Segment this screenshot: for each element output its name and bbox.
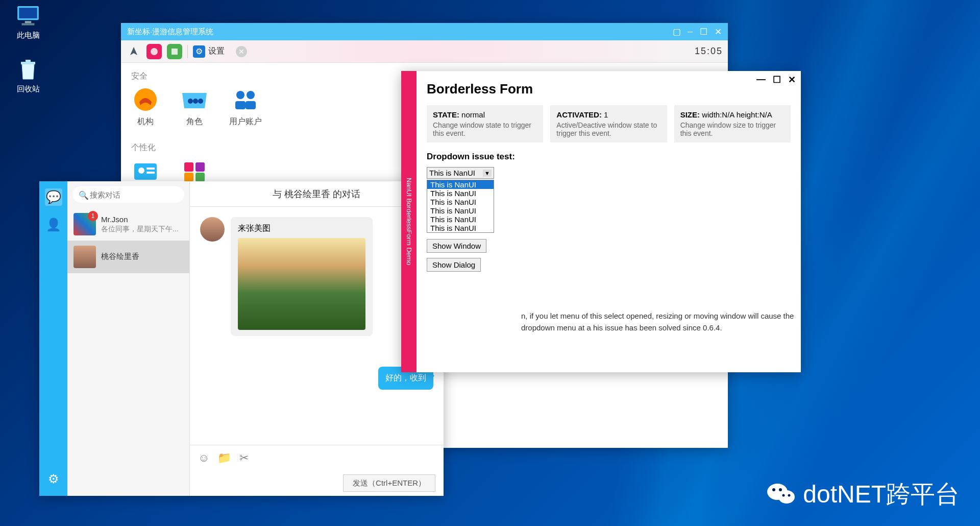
mgmt-restore-icon[interactable]: ▢ (673, 27, 681, 37)
status-state: STATE: normal Change window state to tri… (427, 105, 543, 142)
chat-input-bar: ☺ 📁 ✂ (190, 445, 444, 470)
folder-icon[interactable]: 📁 (217, 451, 231, 465)
tb-pin-icon[interactable] (126, 44, 141, 59)
svg-rect-19 (146, 172, 155, 174)
dropdown-note: n, if you let menu of this select opened… (521, 310, 807, 333)
mgmt-title: 新坐标·漫游信息管理系统 (127, 27, 213, 37)
svg-point-9 (188, 99, 193, 104)
svg-rect-7 (172, 49, 178, 55)
msg-received: 来张美图 (231, 217, 373, 336)
mgmt-titlebar[interactable]: 新坐标·漫游信息管理系统 ▢ – ☐ ✕ (121, 23, 728, 40)
svg-rect-1 (19, 8, 37, 18)
close-tab-icon[interactable]: ✕ (236, 46, 247, 57)
contact-preview: 各位同事，星期天下午... (101, 225, 183, 234)
settings-button[interactable]: ⚙ 设置 (193, 45, 225, 58)
svg-point-29 (788, 494, 791, 497)
borderless-window: NanUI BorderlessForm Demo — ☐ ✕ Borderle… (401, 71, 801, 372)
desktop-computer-icon[interactable]: 此电脑 (5, 5, 51, 40)
svg-rect-14 (235, 101, 246, 109)
contact-item-json[interactable]: 1 Mr.Json 各位同事，星期天下午... (67, 208, 189, 241)
tb-app1-icon[interactable] (146, 44, 162, 59)
border-maximize-icon[interactable]: ☐ (773, 74, 781, 85)
show-window-button[interactable]: Show Window (427, 239, 486, 253)
send-button[interactable]: 发送（Ctrl+ENTER） (343, 474, 435, 492)
avatar (200, 217, 225, 242)
svg-point-13 (247, 91, 255, 99)
gear-icon: ⚙ (193, 45, 205, 58)
svg-point-12 (236, 91, 244, 99)
chat-tab-icon[interactable]: 💬 (45, 188, 62, 206)
watermark: dotNET跨平台 (766, 478, 960, 511)
search-input[interactable] (72, 186, 184, 203)
svg-point-27 (779, 488, 782, 491)
toolbar-time: 15:05 (695, 46, 723, 57)
dropdown-list[interactable]: This is NanUI This is NanUI This is NanU… (427, 180, 494, 233)
svg-point-11 (198, 99, 203, 104)
svg-point-10 (193, 99, 198, 104)
borderless-sidebar: NanUI BorderlessForm Demo (401, 71, 416, 372)
chat-window: 💬 👤 ⚙ 🔍 1 Mr.Json 各位同事，星期天下午... 桃谷绘里香 与 … (39, 181, 444, 496)
role-item[interactable]: 角色 (180, 88, 209, 127)
search-icon: 🔍 (79, 190, 89, 200)
contact-name: Mr.Json (101, 215, 183, 224)
chat-list: 🔍 1 Mr.Json 各位同事，星期天下午... 桃谷绘里香 (67, 181, 190, 496)
mgmt-minimize-icon[interactable]: – (688, 27, 693, 37)
svg-rect-18 (146, 168, 155, 170)
wechat-icon (766, 482, 797, 507)
svg-rect-20 (184, 162, 193, 172)
svg-rect-21 (195, 162, 205, 172)
badge: 1 (88, 211, 98, 221)
chat-sidebar: 💬 👤 ⚙ (39, 181, 67, 496)
svg-rect-2 (25, 21, 31, 23)
org-item[interactable]: 机构 (131, 88, 160, 127)
chat-settings-icon[interactable]: ⚙ (45, 470, 62, 488)
border-close-icon[interactable]: ✕ (788, 74, 796, 85)
desktop-recycle-icon[interactable]: 回收站 (5, 59, 51, 94)
svg-rect-22 (184, 173, 193, 182)
svg-point-26 (772, 488, 775, 491)
desktop-computer-label: 此电脑 (17, 31, 40, 39)
desktop-recycle-label: 回收站 (17, 84, 40, 93)
dropdown-label: Dropdown issue test: (427, 152, 791, 162)
status-size: SIZE: width:N/A height:N/A Change window… (674, 105, 791, 142)
scissors-icon[interactable]: ✂ (239, 451, 249, 465)
border-minimize-icon[interactable]: — (756, 74, 766, 85)
borderless-title: Borderless Form (427, 81, 791, 97)
contacts-tab-icon[interactable]: 👤 (45, 216, 62, 233)
msg-image[interactable] (238, 238, 365, 330)
svg-point-28 (782, 494, 785, 497)
contact-name: 桃谷绘里香 (101, 252, 183, 261)
svg-rect-5 (26, 60, 31, 62)
svg-rect-3 (21, 23, 34, 25)
svg-point-25 (778, 490, 795, 504)
dropdown-select[interactable]: This is NanUI (427, 167, 494, 179)
tb-app2-icon[interactable] (167, 44, 182, 59)
contact-item-erika[interactable]: 桃谷绘里香 (67, 241, 189, 273)
show-dialog-button[interactable]: Show Dialog (427, 258, 481, 272)
svg-point-17 (138, 168, 144, 174)
status-activated: ACTIVATED: 1 Active/Deactive window stat… (550, 105, 667, 142)
svg-rect-23 (195, 173, 205, 182)
mgmt-close-icon[interactable]: ✕ (715, 27, 722, 37)
mgmt-maximize-icon[interactable]: ☐ (700, 27, 707, 37)
emoji-icon[interactable]: ☺ (198, 451, 209, 465)
mgmt-toolbar: ⚙ 设置 ✕ 15:05 (121, 40, 728, 63)
svg-rect-15 (246, 101, 256, 109)
user-item[interactable]: 用户账户 (229, 88, 262, 127)
svg-point-6 (151, 48, 158, 55)
